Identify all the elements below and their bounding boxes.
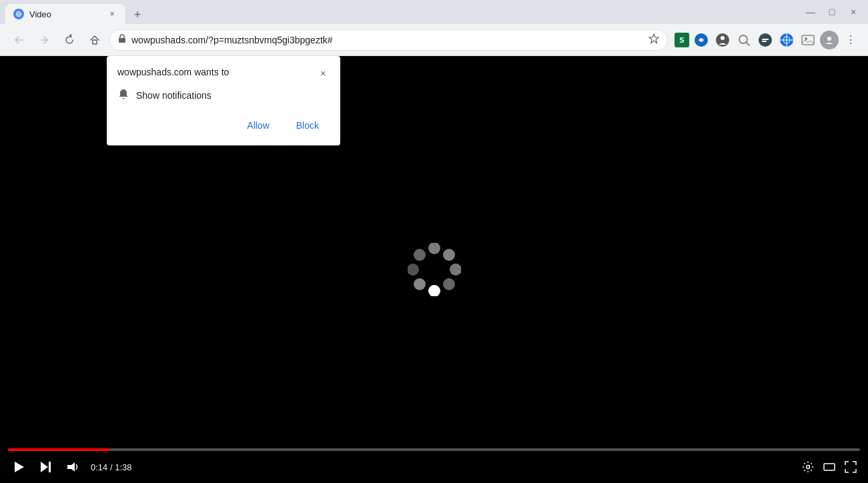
svg-marker-33 [67,462,75,472]
svg-point-29 [414,249,426,261]
svg-marker-30 [15,462,24,472]
svg-point-34 [807,466,810,469]
url-text: wowpushads.com/?p=muztsnbvmq5gi3bpgeztk# [131,35,643,45]
extension-5-icon[interactable] [756,31,775,49]
popup-permission-row: Show notifications [117,88,330,103]
video-controls: 0:14 / 1:38 [0,443,868,483]
video-progress-bar[interactable] [8,448,860,451]
extension-1-icon[interactable]: S [675,33,689,47]
svg-point-25 [443,278,455,290]
page-content: wowpushads.com wants to × Show notificat… [0,56,868,483]
extension-2-icon[interactable] [692,31,711,49]
tab-bar: Video × + [5,0,801,24]
skip-next-button[interactable] [35,456,56,478]
svg-point-28 [408,264,419,276]
new-tab-button[interactable]: + [128,5,147,24]
popup-buttons: Allow Block [117,116,330,135]
back-button[interactable] [8,29,29,51]
block-button[interactable]: Block [286,116,330,135]
home-button[interactable] [84,29,105,51]
extension-icons: S [675,31,860,49]
svg-point-9 [721,36,725,40]
svg-point-26 [428,285,440,296]
svg-rect-35 [824,464,835,470]
close-button[interactable]: × [844,3,863,21]
svg-point-23 [443,249,455,261]
theatre-mode-button[interactable] [820,458,839,476]
extension-3-icon[interactable] [713,31,732,49]
permission-text: Show notifications [136,90,211,101]
forward-button[interactable] [33,29,55,51]
settings-button[interactable] [799,458,817,476]
allow-button[interactable]: Allow [236,116,280,135]
chrome-menu-button[interactable]: ⋮ [841,31,860,49]
controls-row: 0:14 / 1:38 [8,456,860,478]
toolbar: wowpushads.com/?p=muztsnbvmq5gi3bpgeztk#… [0,24,868,56]
svg-point-24 [450,264,461,276]
play-button[interactable] [8,456,29,478]
tab-title: Video [29,9,101,19]
maximize-button[interactable]: □ [823,3,841,21]
svg-rect-4 [93,40,97,44]
title-bar: Video × + — □ × [0,0,868,24]
right-controls [799,458,860,476]
total-time: 1:38 [115,462,131,472]
fullscreen-button[interactable] [841,458,860,476]
popup-header: wowpushads.com wants to × [117,67,330,80]
bookmark-star-icon[interactable] [648,33,659,47]
svg-rect-5 [119,38,125,43]
svg-rect-32 [49,462,51,472]
volume-button[interactable] [61,456,83,478]
loading-spinner [408,243,461,296]
lock-icon [118,34,126,45]
svg-rect-13 [762,39,769,40]
browser-window: Video × + — □ × wowpushads.com/?p [0,0,868,483]
video-progress-fill [8,448,109,451]
popup-close-button[interactable]: × [316,67,330,80]
minimize-button[interactable]: — [801,3,820,21]
address-bar[interactable]: wowpushads.com/?p=muztsnbvmq5gi3bpgeztk# [109,29,668,51]
extension-6-icon[interactable] [777,31,796,49]
svg-rect-14 [762,41,767,42]
svg-marker-31 [41,462,48,472]
extension-4-icon[interactable] [735,31,753,49]
svg-point-22 [428,243,440,254]
reload-button[interactable] [59,29,80,51]
active-tab[interactable]: Video × [5,4,125,24]
bell-icon [117,88,129,103]
tab-favicon [13,9,24,19]
extension-7-icon[interactable] [799,31,817,49]
svg-point-20 [805,37,807,40]
svg-point-27 [414,278,426,290]
window-controls: — □ × [801,3,863,21]
notification-popup: wowpushads.com wants to × Show notificat… [107,56,340,145]
time-separator: / [107,462,115,472]
svg-line-11 [747,42,750,45]
svg-marker-6 [649,34,659,43]
time-display: 0:14 / 1:38 [91,462,131,472]
svg-rect-19 [802,35,814,45]
current-time: 0:14 [91,462,107,472]
svg-point-21 [827,37,831,41]
popup-title: wowpushads.com wants to [117,67,229,77]
profile-button[interactable] [820,31,839,49]
tab-close-button[interactable]: × [107,9,117,19]
